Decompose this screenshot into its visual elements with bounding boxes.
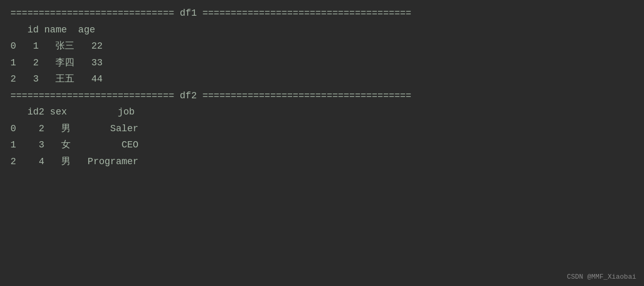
df2-content: id2 sex job 0 2 男 Saler 1 3 女 CEO 2 4 男 … xyxy=(10,104,634,170)
terminal-output: ============================= df1 ======… xyxy=(0,0,644,286)
df1-content: id name age 0 1 张三 22 1 2 李四 33 2 3 王五 4… xyxy=(10,22,634,88)
df2-separator: ============================= df2 ======… xyxy=(10,88,634,105)
df1-separator: ============================= df1 ======… xyxy=(10,5,634,22)
watermark: CSDN @MMF_Xiaobai xyxy=(567,273,636,281)
